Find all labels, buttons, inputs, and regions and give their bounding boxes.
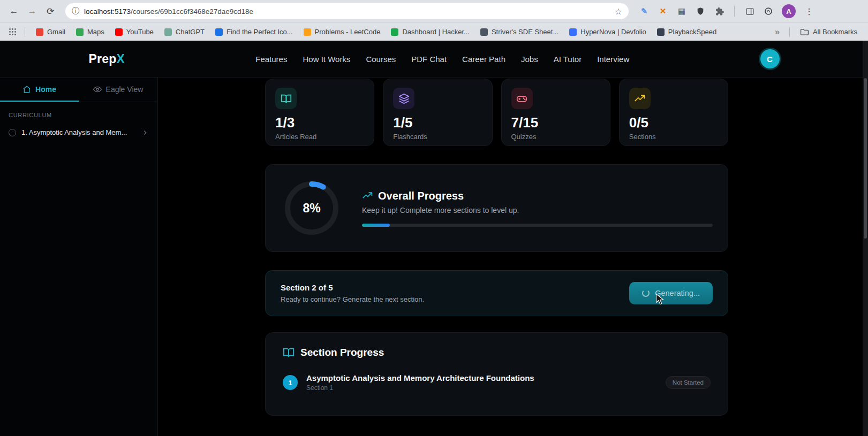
back-button[interactable]: ← [6, 4, 21, 19]
nav-ai-tutor[interactable]: AI Tutor [554, 55, 582, 64]
stat-value: 1/3 [275, 114, 364, 131]
forward-button[interactable]: → [25, 4, 40, 19]
stat-value: 0/5 [629, 114, 718, 131]
page: PrepX Features How It Works Courses PDF … [0, 41, 868, 436]
bookmark-label: Striver's SDE Sheet... [492, 28, 558, 36]
section-progress-title: Section Progress [300, 347, 384, 358]
stat-label: Quizzes [511, 133, 600, 141]
bookmark-label: Dashboard | Hacker... [402, 28, 470, 36]
tab-home[interactable]: Home [0, 78, 79, 102]
bookmark-item[interactable]: Gmail [32, 26, 70, 38]
stat-label: Sections [629, 133, 718, 141]
status-badge: Not Started [666, 376, 711, 389]
nav-courses[interactable]: Courses [366, 55, 396, 64]
bookmark-item[interactable]: Maps [72, 26, 109, 38]
bookmark-label: YouTube [126, 28, 154, 36]
nav-pdf-chat[interactable]: PDF Chat [411, 55, 447, 64]
bookmarks-divider [25, 27, 25, 37]
trending-up-icon [629, 88, 651, 109]
bookmark-favicon [304, 28, 311, 36]
main-content: 1/3 Articles Read 1/5 Flashcards 7/15 Qu… [265, 78, 728, 436]
shield-extension-icon[interactable] [695, 5, 706, 17]
folder-icon [801, 28, 809, 35]
bookmark-favicon [164, 28, 172, 36]
stat-label: Articles Read [275, 133, 364, 141]
nav-interview[interactable]: Interview [597, 55, 629, 64]
brand-prefix: Prep [89, 52, 117, 66]
site-info-icon[interactable]: ⓘ [72, 6, 79, 16]
section-progress-card: Section Progress 1 Asymptotic Analysis a… [265, 332, 728, 416]
nav-jobs[interactable]: Jobs [521, 55, 538, 64]
bookmark-label: ChatGPT [176, 28, 205, 36]
chevron-right-icon [141, 129, 149, 136]
bookmark-item[interactable]: Find the Perfect Ico... [211, 26, 297, 38]
browser-menu-icon[interactable]: ⋮ [804, 6, 814, 17]
nav-how-it-works[interactable]: How It Works [303, 55, 350, 64]
nav-career-path[interactable]: Career Path [462, 55, 505, 64]
eye-icon [93, 85, 102, 94]
bookmark-favicon [36, 28, 43, 36]
sidebar: Home Eagle View CURRICULUM 1. Asymptotic… [0, 78, 158, 436]
layers-icon [393, 88, 414, 109]
bookmark-label: HyperNova | Devfolio [580, 28, 646, 36]
url-text: localhost:5173/courses/69b1cc6f3468e27da… [84, 7, 610, 16]
bookmark-label: PlaybackSpeed [668, 28, 716, 36]
nav-features[interactable]: Features [255, 55, 287, 64]
generate-button-label: Generating... [655, 289, 700, 297]
stat-label: Flashcards [393, 133, 482, 141]
bookmark-favicon [480, 28, 488, 36]
apps-grid-icon[interactable] [6, 26, 18, 38]
stats-row: 1/3 Articles Read 1/5 Flashcards 7/15 Qu… [265, 79, 728, 146]
all-bookmarks-label: All Bookmarks [813, 28, 857, 36]
url-path: /courses/69b1cc6f3468e27dae9cd18e [131, 7, 253, 16]
next-section-card: Section 2 of 5 Ready to continue? Genera… [265, 270, 728, 316]
all-bookmarks-button[interactable]: All Bookmarks [796, 26, 862, 38]
bookmark-star-icon[interactable]: ☆ [615, 6, 622, 17]
bookmark-favicon [76, 28, 84, 36]
spinner-icon [642, 289, 650, 297]
adblock-extension-icon[interactable] [763, 5, 774, 17]
bookmarks-overflow-icon[interactable]: » [772, 27, 783, 37]
section-item-title: Asymptotic Analysis and Memory Architect… [306, 373, 657, 383]
brand-logo[interactable]: PrepX [89, 52, 125, 66]
bookmark-item[interactable]: PlaybackSpeed [653, 26, 721, 38]
bookmarks-bar: Gmail Maps YouTube ChatGPT Find the Perf… [0, 22, 868, 41]
bookmark-item[interactable]: YouTube [111, 26, 158, 38]
address-bar[interactable]: ⓘ localhost:5173/courses/69b1cc6f3468e27… [65, 3, 629, 19]
bookmark-item[interactable]: ChatGPT [160, 26, 209, 38]
extensions-row: ✎ ✕ ▦ [638, 5, 774, 17]
tab-eagle-view[interactable]: Eagle View [79, 78, 157, 102]
bookmark-item[interactable]: HyperNova | Devfolio [565, 26, 651, 38]
bookmark-favicon [391, 28, 398, 36]
page-scrollbar[interactable] [863, 41, 868, 436]
bookmark-favicon [115, 28, 123, 36]
bookmark-item[interactable]: Problems - LeetCode [299, 26, 385, 38]
bookmark-item[interactable]: Striver's SDE Sheet... [476, 26, 563, 38]
toolbar-divider [734, 6, 735, 17]
bookmarks-divider [789, 27, 790, 37]
side-panel-icon[interactable] [744, 5, 756, 17]
curriculum-item[interactable]: 1. Asymptotic Analysis and Mem... [0, 125, 157, 140]
home-icon [22, 85, 31, 94]
extension-x-icon[interactable]: ✕ [657, 5, 669, 17]
book-open-icon [275, 88, 297, 109]
progress-percent: 8% [281, 177, 343, 239]
reload-button[interactable]: ⟳ [43, 4, 58, 19]
extensions-puzzle-icon[interactable] [713, 5, 725, 17]
bookmark-label: Maps [87, 28, 104, 36]
bookmark-item[interactable]: Dashboard | Hacker... [387, 26, 474, 38]
overall-progress-title: Overall Progress [378, 190, 464, 202]
curriculum-item-label: 1. Asymptotic Analysis and Mem... [21, 128, 136, 136]
generate-section-button[interactable]: Generating... [629, 282, 713, 304]
user-avatar[interactable]: C [760, 49, 780, 68]
grid-extension-icon[interactable]: ▦ [676, 5, 688, 17]
stat-card-quizzes: 7/15 Quizzes [501, 79, 610, 146]
edit-extension-icon[interactable]: ✎ [638, 5, 650, 17]
main-nav: Features How It Works Courses PDF Chat C… [125, 55, 760, 64]
sidebar-tabs: Home Eagle View [0, 78, 157, 102]
browser-profile-avatar[interactable]: A [782, 4, 796, 18]
scrollbar-thumb[interactable] [864, 78, 867, 239]
bookmark-favicon [657, 28, 665, 36]
section-item[interactable]: 1 Asymptotic Analysis and Memory Archite… [283, 373, 711, 392]
progress-circle-icon [9, 129, 16, 136]
